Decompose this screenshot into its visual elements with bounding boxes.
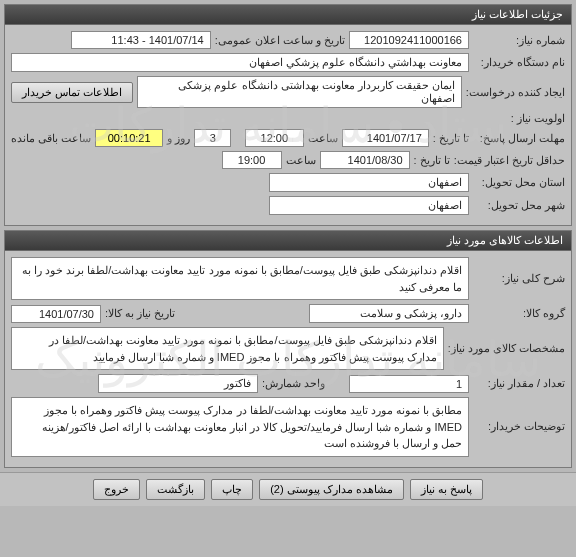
print-button[interactable]: چاپ	[211, 479, 253, 500]
delivery-city-label: شهر محل تحویل:	[473, 199, 565, 212]
creator-field: ايمان حقيقت كاربردار معاونت بهداشتی دانش…	[137, 76, 462, 108]
deadline-label: مهلت ارسال پاسخ:	[473, 132, 565, 145]
unit-label: واحد شمارش:	[262, 377, 325, 390]
time-label-1: ساعت	[308, 132, 338, 145]
remaining-label: ساعت باقی مانده	[11, 132, 91, 145]
days-remaining-field: 3	[194, 129, 231, 147]
countdown-field: 00:10:21	[95, 129, 163, 147]
action-bar: پاسخ به نیاز مشاهده مدارک پیوستی (2) چاپ…	[0, 472, 576, 506]
announce-label: تاریخ و ساعت اعلان عمومی:	[215, 34, 345, 47]
org-field: معاونت بهداشتي دانشگاه علوم پزشكي اصفهان	[11, 53, 469, 72]
items-title: اطلاعات کالاهای مورد نیاز	[447, 234, 563, 246]
need-number-label: شماره نیاز:	[473, 34, 565, 47]
group-label: گروه کالا:	[473, 307, 565, 320]
buyer-notes-field: مطابق با نمونه مورد تایید معاونت بهداشت/…	[11, 397, 469, 457]
validity-date-field: 1401/08/30	[320, 151, 410, 169]
validity-label: حداقل تاریخ اعتبار قیمت:	[454, 154, 565, 167]
need-date-label: تاریخ نیاز به کالا:	[105, 307, 175, 320]
delivery-city-field: اصفهان	[269, 196, 469, 215]
delivery-province-field: اصفهان	[269, 173, 469, 192]
deadline-date-field: 1401/07/17	[342, 129, 429, 147]
need-date-field: 1401/07/30	[11, 305, 101, 323]
reply-button[interactable]: پاسخ به نیاز	[410, 479, 483, 500]
buyer-notes-label: توضیحات خریدار:	[473, 420, 565, 433]
announce-field: 1401/07/14 - 11:43	[71, 31, 211, 49]
group-field: دارو، پزشکی و سلامت	[309, 304, 469, 323]
spec-label: مشخصات کالای مورد نیاز:	[448, 342, 565, 355]
need-info-panel: جزئیات اطلاعات نیاز ستاد • سامانه تدارکا…	[4, 4, 572, 226]
validity-time-field: 19:00	[222, 151, 282, 169]
panel-title: جزئیات اطلاعات نیاز	[472, 8, 563, 20]
time-label-2: ساعت	[286, 154, 316, 167]
unit-field: فاكتور	[98, 374, 258, 393]
back-button[interactable]: بازگشت	[146, 479, 205, 500]
contact-buyer-button[interactable]: اطلاعات تماس خریدار	[11, 82, 133, 103]
to-date-label: تا تاریخ :	[433, 132, 469, 145]
days-label: روز و	[167, 132, 190, 145]
creator-label: ایجاد کننده درخواست:	[466, 86, 565, 99]
items-header: اطلاعات کالاهای مورد نیاز	[5, 231, 571, 251]
org-label: نام دستگاه خریدار:	[473, 56, 565, 69]
spec-field: اقلام دندانپزشکی طبق فایل پیوست/مطابق با…	[11, 327, 444, 370]
need-number-field: 1201092411000166	[349, 31, 469, 49]
need-info-header: جزئیات اطلاعات نیاز	[5, 5, 571, 25]
qty-field: 1	[349, 375, 469, 393]
validity-to-label: تا تاریخ :	[414, 154, 450, 167]
attachments-button[interactable]: مشاهده مدارک پیوستی (2)	[259, 479, 404, 500]
qty-label: تعداد / مقدار نیاز:	[473, 377, 565, 390]
deadline-time-field: 12:00	[245, 129, 303, 147]
delivery-province-label: استان محل تحویل:	[473, 176, 565, 189]
desc-label: شرح کلی نیاز:	[473, 272, 565, 285]
desc-field: اقلام دندانپزشکی طبق فایل پیوست/مطابق با…	[11, 257, 469, 300]
items-panel: اطلاعات کالاهای مورد نیاز سامانه تدارکات…	[4, 230, 572, 468]
exit-button[interactable]: خروج	[93, 479, 140, 500]
priority-label: اولویت نیاز :	[473, 112, 565, 125]
